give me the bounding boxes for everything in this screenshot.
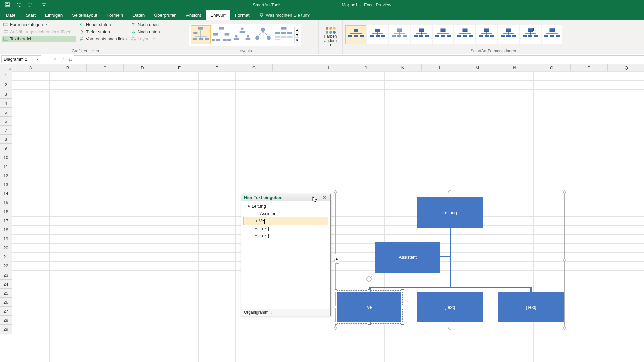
row-header[interactable]: 6 xyxy=(0,117,12,126)
tab-ueberpruefen[interactable]: Überprüfen xyxy=(149,10,181,20)
row-header[interactable]: 10 xyxy=(0,153,12,162)
gallery-more[interactable]: ▾ xyxy=(295,37,299,43)
layout-option-5[interactable] xyxy=(274,25,294,44)
row-header[interactable]: 2 xyxy=(0,80,12,89)
col-header[interactable]: E xyxy=(161,64,198,71)
tab-daten[interactable]: Daten xyxy=(128,10,149,20)
layouts-gallery[interactable]: ▴ ▾ ▾ xyxy=(189,24,301,46)
tell-me-search[interactable]: Was möchten Sie tun? xyxy=(254,10,314,20)
col-header[interactable]: C xyxy=(87,64,124,71)
style-option[interactable] xyxy=(389,25,410,44)
move-down-button[interactable]: Nach unten xyxy=(129,28,166,35)
row-header[interactable]: 9 xyxy=(0,144,12,153)
row-header[interactable]: 5 xyxy=(0,108,12,117)
col-header[interactable]: N xyxy=(496,64,533,71)
name-box[interactable]: Diagramm 2 xyxy=(1,55,41,63)
styles-gallery[interactable] xyxy=(345,25,563,45)
textpane-close-button[interactable]: ✕ xyxy=(321,194,328,201)
tab-einfuegen[interactable]: Einfügen xyxy=(40,10,67,20)
add-shape-button[interactable]: Form hinzufügen xyxy=(2,21,76,28)
row-header[interactable]: 4 xyxy=(0,99,12,108)
textpane-collapse-button[interactable]: ▸ xyxy=(335,254,339,264)
row-header[interactable]: 23 xyxy=(0,270,12,280)
row-header[interactable]: 21 xyxy=(0,252,12,261)
rotate-handle-icon[interactable] xyxy=(365,275,373,283)
tab-formeln[interactable]: Formeln xyxy=(102,10,128,20)
smartart-canvas[interactable]: Leitung Assistent Ve [Text] [Text] xyxy=(335,192,565,328)
qat-undo-button[interactable] xyxy=(14,1,23,8)
select-all-corner[interactable] xyxy=(0,64,12,71)
row-header[interactable]: 13 xyxy=(0,180,12,189)
col-header[interactable]: G xyxy=(235,64,273,71)
layout-option-4[interactable] xyxy=(253,25,273,44)
row-header[interactable]: 19 xyxy=(0,234,12,243)
tp-item-assistent[interactable]: ↳Assistent xyxy=(243,210,328,217)
style-option[interactable] xyxy=(367,25,388,44)
style-option[interactable] xyxy=(520,25,541,44)
row-header[interactable]: 26 xyxy=(0,298,12,307)
qat-customize-button[interactable] xyxy=(39,1,49,8)
node-ve[interactable]: Ve xyxy=(337,292,401,322)
tab-entwurf[interactable]: Entwurf xyxy=(206,10,230,20)
tab-ansicht[interactable]: Ansicht xyxy=(181,10,206,20)
qat-redo-button[interactable] xyxy=(25,1,35,8)
row-header[interactable]: 1 xyxy=(0,71,12,80)
col-header[interactable]: F xyxy=(198,64,235,71)
col-header[interactable]: J xyxy=(347,64,384,71)
tp-item-leitung[interactable]: Leitung xyxy=(243,203,328,210)
node-text-1[interactable]: [Text] xyxy=(417,292,483,322)
row-header[interactable]: 25 xyxy=(0,289,12,298)
rtl-button[interactable]: Von rechts nach links xyxy=(78,36,128,42)
row-header[interactable]: 27 xyxy=(0,307,12,316)
tab-format[interactable]: Format xyxy=(230,10,254,20)
col-header[interactable]: P xyxy=(571,64,608,71)
col-header[interactable]: I xyxy=(310,64,347,71)
tp-item-ve-editing[interactable]: Ve xyxy=(243,217,328,225)
col-header[interactable]: B xyxy=(49,64,87,71)
tab-start[interactable]: Start xyxy=(21,10,41,20)
formula-input[interactable] xyxy=(74,55,644,63)
text-pane[interactable]: Hier Text eingeben✕ Leitung ↳Assistent V… xyxy=(241,194,331,316)
move-up-button[interactable]: Nach oben xyxy=(129,21,166,28)
row-header[interactable]: 14 xyxy=(0,189,12,198)
row-header[interactable]: 15 xyxy=(0,198,12,207)
col-header[interactable]: M xyxy=(459,64,496,71)
col-header[interactable]: K xyxy=(384,64,422,71)
col-header[interactable]: H xyxy=(273,64,310,71)
row-header[interactable]: 7 xyxy=(0,126,12,135)
row-header[interactable]: 20 xyxy=(0,243,12,252)
row-header[interactable]: 17 xyxy=(0,216,12,225)
text-pane-toggle[interactable]: Textbereich xyxy=(2,36,76,42)
tab-datei[interactable]: Datei xyxy=(1,10,21,20)
style-option[interactable] xyxy=(542,25,562,44)
gallery-scroll-down[interactable]: ▾ xyxy=(295,32,299,37)
node-leitung[interactable]: Leitung xyxy=(417,197,483,228)
layout-option-1[interactable] xyxy=(191,25,211,44)
row-header[interactable]: 18 xyxy=(0,225,12,234)
demote-button[interactable]: Tiefer stufen xyxy=(78,28,128,35)
tp-item-text-1[interactable]: [Text] xyxy=(243,225,328,232)
row-header[interactable]: 12 xyxy=(0,171,12,180)
node-text-2[interactable]: [Text] xyxy=(498,292,564,322)
row-header[interactable]: 22 xyxy=(0,261,12,270)
promote-button[interactable]: Höher stufen xyxy=(78,21,128,28)
change-colors-button[interactable]: Farbenändern ▼ xyxy=(321,26,340,48)
row-header[interactable]: 29 xyxy=(0,325,12,334)
row-header[interactable]: 28 xyxy=(0,316,12,325)
style-option[interactable] xyxy=(433,25,453,44)
row-header[interactable]: 11 xyxy=(0,162,12,171)
row-header[interactable]: 16 xyxy=(0,207,12,216)
tab-seitenlayout[interactable]: Seitenlayout xyxy=(67,10,102,20)
style-option[interactable] xyxy=(411,25,432,44)
style-option[interactable] xyxy=(345,25,366,44)
style-option[interactable] xyxy=(498,25,519,44)
gallery-scroll-up[interactable]: ▴ xyxy=(295,27,299,32)
col-header[interactable]: A xyxy=(12,64,49,71)
qat-save-button[interactable] xyxy=(3,1,12,8)
node-assistent[interactable]: Assistent xyxy=(375,242,440,273)
layout-option-3[interactable] xyxy=(232,25,252,44)
col-header[interactable]: Q xyxy=(608,64,644,71)
row-header[interactable]: 8 xyxy=(0,135,12,144)
row-header[interactable]: 3 xyxy=(0,89,12,99)
style-option[interactable] xyxy=(454,25,475,44)
